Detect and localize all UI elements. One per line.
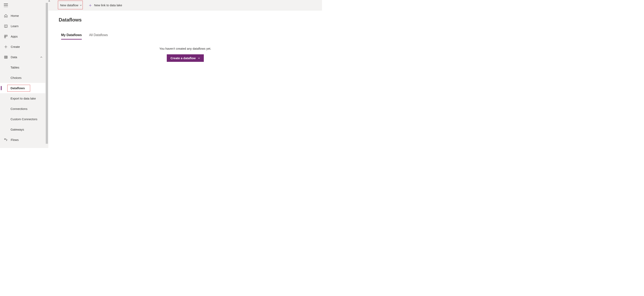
sidebar-label: Data	[11, 55, 17, 59]
sidebar-label: Learn	[11, 24, 18, 28]
apps-icon	[4, 35, 8, 39]
sidebar-sub-label: Choices	[10, 76, 22, 79]
empty-message: You haven't created any dataflows yet.	[59, 47, 312, 50]
tab-all-dataflows[interactable]: All Dataflows	[89, 33, 108, 40]
sidebar-label: Apps	[11, 35, 18, 38]
plus-icon: ＋	[88, 3, 92, 8]
scroll-up-icon	[48, 0, 50, 2]
svg-rect-0	[4, 35, 6, 36]
hamburger-icon	[4, 3, 8, 7]
sidebar-sub-custom-connectors[interactable]: Custom Connectors	[0, 114, 45, 124]
toolbar-label: New dataflow	[60, 4, 78, 7]
chevron-down-icon	[80, 4, 82, 7]
sidebar-sub-dataflows[interactable]: Dataflows	[0, 83, 45, 93]
new-link-data-lake-button[interactable]: ＋ New link to data lake	[86, 2, 124, 9]
toolbar-label: New link to data lake	[94, 4, 122, 7]
tab-label: My Dataflows	[61, 33, 82, 37]
sidebar-item-create[interactable]: Create	[0, 42, 45, 52]
sidebar-sub-gateways[interactable]: Gateways	[0, 124, 45, 135]
sidebar-item-learn[interactable]: Learn	[0, 21, 45, 31]
main: New dataflow ＋ New link to data lake Dat…	[48, 0, 322, 148]
sidebar-sub-label: Gateways	[10, 128, 24, 131]
chevron-up-icon	[40, 56, 42, 58]
new-dataflow-button[interactable]: New dataflow	[58, 2, 84, 9]
sidebar-item-apps[interactable]: Apps	[0, 31, 45, 42]
sidebar-label: Home	[11, 14, 19, 18]
scroll-thumb[interactable]	[46, 3, 48, 144]
toolbar: New dataflow ＋ New link to data lake	[48, 0, 322, 11]
tab-label: All Dataflows	[89, 33, 108, 37]
sidebar-item-data[interactable]: Data	[0, 52, 45, 62]
content: Dataflows My Dataflows All Dataflows You…	[48, 11, 322, 68]
sidebar-item-flows[interactable]: Flows	[0, 135, 45, 145]
svg-rect-3	[4, 56, 7, 58]
plus-icon	[4, 45, 8, 49]
sidebar-sub-label: Connections	[10, 107, 27, 110]
hamburger-button[interactable]	[0, 0, 45, 11]
create-dataflow-button[interactable]: Create a dataflow	[167, 54, 204, 62]
tab-my-dataflows[interactable]: My Dataflows	[61, 33, 82, 40]
sidebar-sub-label: Export to data lake	[10, 97, 36, 100]
svg-rect-4	[4, 139, 6, 139]
sidebar-scrollbar[interactable]	[45, 0, 48, 148]
svg-rect-1	[6, 35, 7, 36]
empty-state: You haven't created any dataflows yet. C…	[59, 47, 312, 62]
sidebar-sub-label: Tables	[10, 66, 19, 69]
sidebar-sub-choices[interactable]: Choices	[0, 73, 45, 83]
book-icon	[4, 24, 8, 28]
chevron-down-icon	[198, 57, 200, 59]
page-title: Dataflows	[59, 17, 312, 23]
tabs: My Dataflows All Dataflows	[61, 33, 312, 40]
sidebar-sub-label: Dataflows	[10, 86, 25, 90]
flow-icon	[4, 138, 8, 142]
table-icon	[4, 55, 8, 59]
home-icon	[4, 14, 8, 18]
sidebar-sub-tables[interactable]: Tables	[0, 62, 45, 73]
sidebar-label: Create	[11, 45, 20, 48]
sidebar-sub-export[interactable]: Export to data lake	[0, 93, 45, 104]
sidebar-sub-label: Custom Connectors	[10, 117, 38, 121]
sidebar-label: Flows	[11, 138, 18, 141]
svg-rect-2	[4, 37, 6, 38]
button-label: Create a dataflow	[170, 56, 196, 60]
sidebar-item-home[interactable]: Home	[0, 11, 45, 21]
sidebar: Home Learn Apps Create Data	[0, 0, 46, 148]
sidebar-sub-connections[interactable]: Connections	[0, 104, 45, 114]
